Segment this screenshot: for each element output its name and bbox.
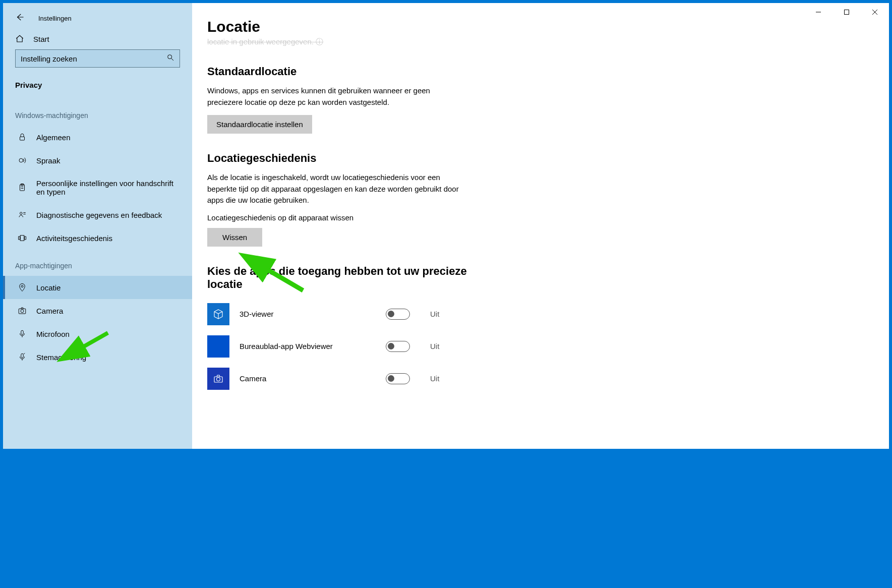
sidebar: Instellingen Start Privacy Windows-macht… [3, 3, 192, 449]
sidebar-item-label: Algemeen [36, 133, 71, 142]
sidebar-item-label: Persoonlijke instellingen voor handschri… [36, 179, 177, 196]
sidebar-item-spraak[interactable]: Spraak [3, 149, 192, 172]
lock-icon [17, 133, 27, 142]
sidebar-group-windows: Windows-machtigingen [3, 99, 192, 126]
page-title: Locatie [207, 18, 874, 35]
sidebar-item-act[interactable]: Activiteitsgeschiedenis [3, 226, 192, 250]
sidebar-item-diag[interactable]: Diagnostische gegevens en feedback [3, 203, 192, 226]
toggle-state: Uit [430, 374, 439, 383]
sidebar-item-label: Camera [36, 307, 63, 315]
section-apps-heading: Kies de apps die toegang hebben tot uw p… [207, 265, 469, 291]
minimize-button[interactable] [804, 3, 832, 21]
app-toggle-3dviewer[interactable] [386, 309, 410, 320]
section-default-desc: Windows, apps en services kunnen dit geb… [207, 85, 464, 108]
close-button[interactable] [861, 3, 889, 21]
app-row-camera: Camera Uit [207, 363, 874, 395]
clear-history-button[interactable]: Wissen [207, 228, 262, 247]
svg-point-0 [168, 55, 172, 59]
svg-rect-16 [845, 10, 849, 15]
sidebar-item-label: Microfoon [36, 330, 70, 338]
sidebar-item-stem[interactable]: Stemactivering [3, 345, 192, 369]
svg-rect-6 [20, 236, 24, 241]
app-toggle-webviewer[interactable] [386, 341, 410, 352]
feedback-icon [17, 210, 27, 219]
back-button[interactable] [15, 13, 24, 24]
svg-rect-11 [21, 354, 24, 358]
app-name: 3D-viewer [240, 310, 376, 318]
app-icon-camera [207, 368, 229, 390]
svg-rect-1 [20, 137, 25, 140]
camera-icon [17, 306, 27, 315]
sidebar-item-label: Spraak [36, 156, 61, 165]
sidebar-item-label: Diagnostische gegevens en feedback [36, 211, 162, 219]
search-input[interactable] [21, 54, 151, 63]
svg-point-15 [217, 377, 220, 381]
svg-point-7 [21, 285, 23, 287]
location-icon [17, 283, 27, 292]
search-input-wrap[interactable] [15, 49, 180, 68]
app-icon-3dviewer [207, 303, 229, 325]
svg-rect-10 [21, 330, 24, 334]
sidebar-item-camera[interactable]: Camera [3, 299, 192, 322]
search-icon [166, 53, 174, 64]
toggle-state: Uit [430, 310, 439, 318]
truncated-line: locatie in gebruik weergegeven. ⓘ [207, 37, 874, 47]
clipboard-icon [17, 183, 27, 192]
home-icon [15, 34, 25, 43]
svg-point-9 [21, 310, 24, 313]
app-name: Bureaublad-app Webviewer [240, 342, 376, 350]
svg-point-5 [20, 212, 23, 215]
maximize-button[interactable] [832, 3, 861, 21]
sidebar-group-apps: App-machtigingen [3, 250, 192, 276]
window-controls [804, 3, 889, 21]
speech-icon [17, 156, 27, 165]
section-history-desc: Als de locatie is ingeschakeld, wordt uw… [207, 172, 464, 206]
window-title: Instellingen [38, 15, 72, 22]
mic-icon [17, 329, 27, 338]
sidebar-category: Privacy [3, 77, 192, 99]
sidebar-item-label: Locatie [36, 283, 61, 292]
sidebar-home[interactable]: Start [3, 28, 192, 49]
app-toggle-camera[interactable] [386, 373, 410, 384]
set-default-location-button[interactable]: Standaardlocatie instellen [207, 115, 312, 134]
sidebar-item-inkt[interactable]: Persoonlijke instellingen voor handschri… [3, 172, 192, 203]
titlebar-left: Instellingen [3, 8, 192, 28]
app-row-3dviewer: 3D-viewer Uit [207, 298, 874, 330]
history-icon [17, 233, 27, 243]
app-row-webviewer: Bureaublad-app Webviewer Uit [207, 330, 874, 363]
sidebar-item-label: Activiteitsgeschiedenis [36, 234, 112, 243]
sidebar-item-label: Stemactivering [36, 353, 86, 362]
sidebar-item-locatie[interactable]: Locatie [3, 276, 192, 299]
settings-window: Instellingen Start Privacy Windows-macht… [3, 3, 889, 449]
clear-history-label: Locatiegeschiedenis op dit apparaat wiss… [207, 213, 874, 222]
sidebar-item-microfoon[interactable]: Microfoon [3, 322, 192, 345]
section-default-heading: Standaardlocatie [207, 65, 874, 78]
voice-icon [17, 352, 27, 362]
section-history-heading: Locatiegeschiedenis [207, 152, 874, 165]
sidebar-home-label: Start [33, 35, 49, 43]
toggle-state: Uit [430, 342, 439, 350]
sidebar-item-algemeen[interactable]: Algemeen [3, 126, 192, 149]
app-icon-webviewer [207, 335, 229, 358]
app-name: Camera [240, 374, 376, 383]
svg-point-2 [19, 158, 23, 162]
content-pane: Locatie locatie in gebruik weergegeven. … [192, 3, 889, 449]
